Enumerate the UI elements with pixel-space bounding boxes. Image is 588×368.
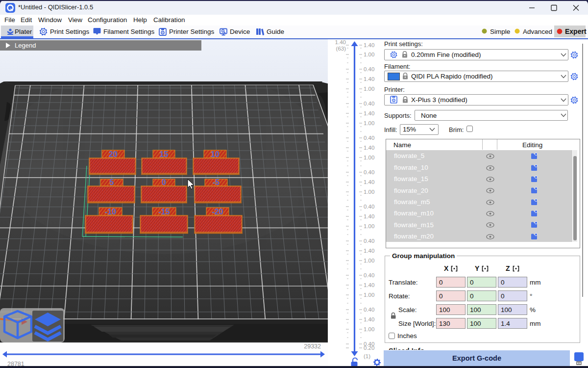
svg-text:0.20: 0.20 <box>364 345 374 351</box>
svg-text:1.00: 1.00 <box>364 52 374 57</box>
svg-text:(63): (63) <box>336 46 346 52</box>
svg-text:-10: -10 <box>105 208 116 216</box>
svg-text:0.40: 0.40 <box>364 135 374 141</box>
svg-text:1.00: 1.00 <box>364 120 374 126</box>
svg-text:1.40: 1.40 <box>364 316 374 322</box>
svg-text:1.00: 1.00 <box>364 258 374 263</box>
svg-text:-15: -15 <box>158 208 170 216</box>
svg-text:1.40: 1.40 <box>364 145 374 151</box>
svg-text:0.40: 0.40 <box>364 307 374 313</box>
svg-text:15: 15 <box>160 150 169 158</box>
svg-text:1.00: 1.00 <box>364 155 374 160</box>
svg-text:1.00: 1.00 <box>364 326 374 332</box>
svg-text:0.40: 0.40 <box>364 101 374 106</box>
svg-text:1.40: 1.40 <box>335 39 346 45</box>
svg-text:1.40: 1.40 <box>364 110 374 116</box>
svg-text:5: 5 <box>110 178 114 186</box>
svg-text:(1): (1) <box>364 353 370 359</box>
svg-text:-20: -20 <box>212 208 223 216</box>
svg-text:0.40: 0.40 <box>364 238 374 244</box>
svg-text:1.40: 1.40 <box>364 76 374 82</box>
svg-text:0.40: 0.40 <box>364 272 374 278</box>
svg-text:20: 20 <box>109 150 118 158</box>
svg-text:1.40: 1.40 <box>364 248 374 254</box>
svg-text:1.40: 1.40 <box>364 179 374 185</box>
svg-text:0: 0 <box>162 178 166 186</box>
svg-text:0.40: 0.40 <box>364 66 374 72</box>
svg-text:1.00: 1.00 <box>364 223 374 229</box>
svg-text:1.40: 1.40 <box>364 42 374 48</box>
svg-text:0.40: 0.40 <box>364 169 374 175</box>
svg-text:0.40: 0.40 <box>364 204 374 210</box>
svg-text:1.00: 1.00 <box>364 86 374 92</box>
svg-text:1.00: 1.00 <box>364 292 374 298</box>
svg-text:-5: -5 <box>213 178 220 186</box>
svg-text:1.40: 1.40 <box>364 282 374 288</box>
svg-text:1.00: 1.00 <box>364 189 374 195</box>
svg-text:1.40: 1.40 <box>364 213 374 219</box>
svg-text:10: 10 <box>211 150 220 158</box>
svg-text:29332: 29332 <box>304 343 321 350</box>
